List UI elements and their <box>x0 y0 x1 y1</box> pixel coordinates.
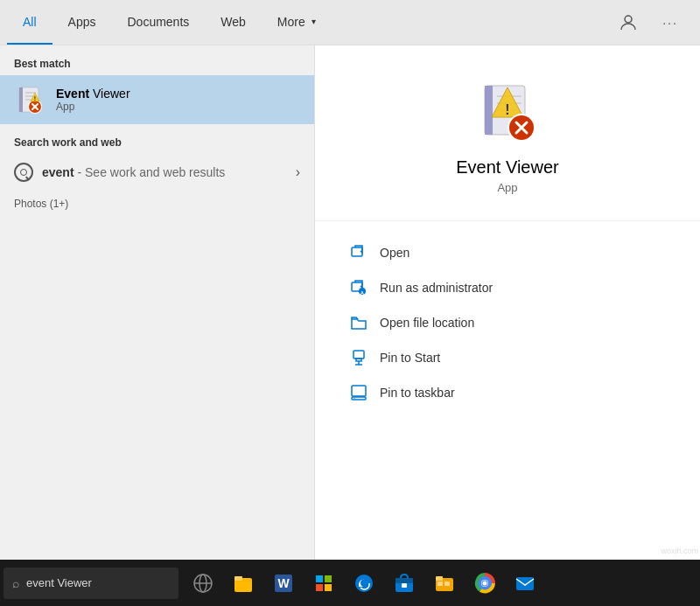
action-open-location[interactable]: Open file location <box>315 305 700 340</box>
store-icon[interactable] <box>385 564 424 603</box>
word-icon[interactable]: W <box>264 564 303 603</box>
action-location-label: Open file location <box>380 316 474 330</box>
app-detail-name: Event Viewer <box>456 157 558 178</box>
svg-text:W: W <box>277 576 290 590</box>
mail-icon[interactable] <box>506 564 544 603</box>
best-match-name-prefix: Event <box>56 87 89 101</box>
best-match-label: Best match <box>0 45 314 75</box>
tab-bar-right: ··· <box>612 7 693 38</box>
open-icon <box>350 244 368 261</box>
edge-icon[interactable] <box>345 564 383 603</box>
more-options-icon[interactable]: ··· <box>654 7 686 38</box>
svg-rect-52 <box>444 582 450 586</box>
search-panel: All Apps Documents Web More ▾ <box>0 0 700 560</box>
pin-start-icon <box>350 349 368 366</box>
svg-text:!: ! <box>505 102 509 117</box>
tab-more[interactable]: More ▾ <box>262 0 332 45</box>
tab-all[interactable]: All <box>7 0 52 45</box>
svg-rect-13 <box>485 86 493 135</box>
best-match-name-suffix: Viewer <box>89 87 130 101</box>
action-pin-taskbar-label: Pin to taskbar <box>380 386 455 400</box>
action-open[interactable]: Open <box>315 235 700 270</box>
task-view-icon[interactable] <box>184 564 222 603</box>
search-keyword: event <box>42 165 74 179</box>
action-pin-start[interactable]: Pin to Start <box>315 340 700 375</box>
svg-rect-50 <box>436 576 443 581</box>
tab-apps[interactable]: Apps <box>52 0 112 45</box>
best-match-info: Event Viewer App <box>56 87 130 113</box>
svg-rect-47 <box>396 578 413 583</box>
search-work-web-label: Search work and web <box>0 124 314 154</box>
svg-point-56 <box>483 581 487 585</box>
svg-rect-31 <box>352 386 366 396</box>
svg-rect-38 <box>234 576 242 581</box>
search-web-item[interactable]: event - See work and web results › <box>0 154 314 191</box>
windows-start-icon[interactable] <box>304 564 343 603</box>
taskbar-search-text: event Viewer <box>26 576 92 589</box>
account-icon[interactable] <box>612 7 644 38</box>
content-area: Best match <box>0 45 700 560</box>
svg-text:!: ! <box>34 95 36 101</box>
svg-rect-51 <box>438 582 443 586</box>
file-manager-icon[interactable] <box>224 564 262 603</box>
file-explorer-icon[interactable] <box>425 564 464 603</box>
chrome-icon[interactable] <box>466 564 504 603</box>
admin-icon: A <box>350 279 368 296</box>
left-panel: Best match <box>0 45 315 560</box>
svg-rect-0 <box>625 16 632 23</box>
svg-rect-41 <box>316 575 323 582</box>
chevron-down-icon: ▾ <box>312 17 316 26</box>
svg-rect-42 <box>325 575 332 582</box>
svg-rect-33 <box>354 399 355 400</box>
best-match-name: Event Viewer <box>56 87 130 101</box>
search-web-text: event - See work and web results <box>42 165 296 179</box>
taskbar: ⌕ event Viewer W <box>0 560 700 606</box>
app-detail-header: ! Event Viewer App <box>315 45 700 221</box>
event-viewer-icon: ! <box>14 84 46 115</box>
tab-web[interactable]: Web <box>205 0 262 45</box>
folder-icon <box>350 314 368 331</box>
svg-text:A: A <box>360 290 365 296</box>
app-detail-type: App <box>497 181 517 194</box>
tab-documents[interactable]: Documents <box>111 0 205 45</box>
chevron-right-icon: › <box>296 164 300 180</box>
app-icon-container: ! <box>14 84 46 115</box>
svg-rect-44 <box>325 584 332 591</box>
app-detail-icon: ! <box>476 80 539 143</box>
right-panel: ! Event Viewer App <box>315 45 700 560</box>
photos-label: Photos (1+) <box>0 191 314 217</box>
svg-rect-2 <box>19 87 23 112</box>
search-suffix: - See work and web results <box>74 165 226 179</box>
watermark: woxih.com <box>661 547 698 555</box>
svg-rect-43 <box>316 584 323 591</box>
svg-rect-48 <box>402 583 407 588</box>
svg-rect-27 <box>354 351 364 359</box>
action-list: Open A Run as administrator <box>315 221 700 424</box>
tab-bar-left: All Apps Documents Web More ▾ <box>7 0 332 45</box>
pin-taskbar-icon <box>350 384 368 401</box>
action-run-admin[interactable]: A Run as administrator <box>315 270 700 305</box>
svg-rect-28 <box>356 359 361 361</box>
action-open-label: Open <box>380 246 410 260</box>
svg-rect-57 <box>516 577 534 590</box>
taskbar-search-box[interactable]: ⌕ event Viewer <box>4 568 178 599</box>
action-pin-start-label: Pin to Start <box>380 351 440 365</box>
action-admin-label: Run as administrator <box>380 281 493 295</box>
best-match-type: App <box>56 101 130 113</box>
taskbar-search-icon: ⌕ <box>12 576 19 590</box>
tab-bar: All Apps Documents Web More ▾ <box>0 0 700 45</box>
best-match-item[interactable]: ! Event Viewer App <box>0 75 314 124</box>
action-pin-taskbar[interactable]: Pin to taskbar <box>315 375 700 410</box>
